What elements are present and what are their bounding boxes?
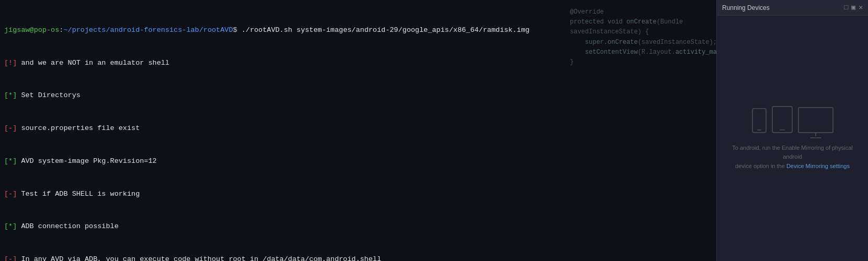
terminal-path: ~/projects/android-forensics-lab/rootAVD bbox=[63, 25, 233, 36]
terminal-line: [-] Test if ADB SHELL is working bbox=[4, 189, 712, 200]
terminal-line: [*] Set Directorys bbox=[4, 90, 712, 101]
terminal-line: [-] In any AVD via ADB, you can execute … bbox=[4, 254, 712, 261]
running-devices-panel: Running Devices □ ▣ ✕ To android, run th… bbox=[716, 0, 868, 261]
terminal-host: pop-os bbox=[34, 25, 60, 36]
close-icon[interactable]: ✕ bbox=[859, 4, 863, 11]
terminal-content: jigsaw@pop-os:~/projects/android-forensi… bbox=[4, 3, 712, 261]
settings-icon[interactable]: ▣ bbox=[851, 4, 855, 11]
devices-body: To android, run the Enable Mirroring of … bbox=[717, 16, 868, 261]
terminal-line: [-] source.properties file exist bbox=[4, 123, 712, 134]
running-devices-header: Running Devices □ ▣ ✕ bbox=[717, 0, 868, 16]
devices-message-text1: To android, run the Enable Mirroring of … bbox=[732, 145, 853, 160]
prompt-line: jigsaw@pop-os:~/projects/android-forensi… bbox=[4, 25, 712, 36]
terminal-command: ./rootAVD.sh system-images/android-29/go… bbox=[237, 25, 530, 36]
terminal-panel[interactable]: @Override protected void onCreate(Bundle… bbox=[0, 0, 716, 261]
terminal-line: [*] ADB connection possible bbox=[4, 221, 712, 232]
devices-message-text2: device option in the bbox=[735, 163, 786, 169]
minimize-icon[interactable]: □ bbox=[844, 4, 849, 11]
running-devices-title: Running Devices bbox=[722, 4, 770, 11]
tablet-icon bbox=[772, 106, 793, 133]
running-devices-icons: □ ▣ ✕ bbox=[844, 4, 863, 11]
phone-icon bbox=[752, 108, 767, 133]
terminal-line: [!] and we are NOT in an emulator shell bbox=[4, 58, 712, 69]
devices-message: To android, run the Enable Mirroring of … bbox=[727, 144, 858, 171]
terminal-user: jigsaw bbox=[4, 25, 30, 36]
terminal-line: [*] AVD system-image Pkg.Revision=12 bbox=[4, 156, 712, 167]
device-mirroring-link[interactable]: Device Mirroring settings bbox=[786, 163, 850, 169]
monitor-icon bbox=[798, 107, 833, 133]
device-icons-graphic bbox=[752, 106, 833, 133]
